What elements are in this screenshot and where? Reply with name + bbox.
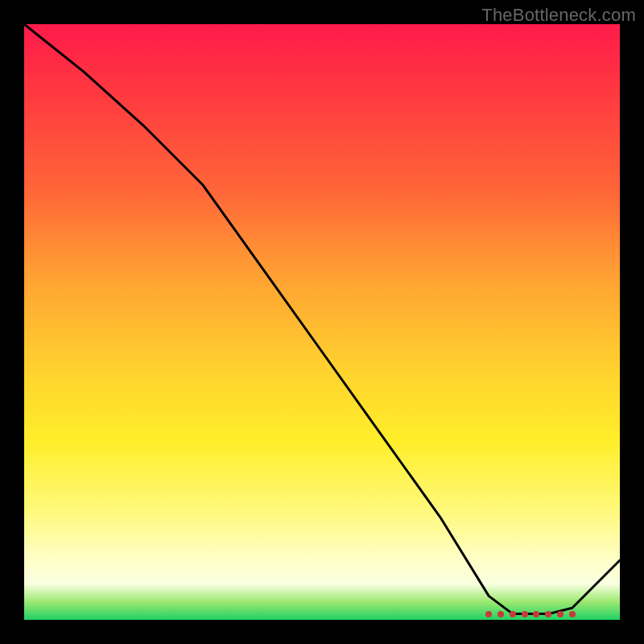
plot-area <box>24 24 620 620</box>
optimal-dot <box>557 611 564 617</box>
optimal-dot <box>510 611 516 617</box>
bottleneck-curve <box>24 24 620 620</box>
watermark-text: TheBottleneck.com <box>481 5 636 26</box>
optimal-dot <box>497 611 504 617</box>
optimal-dot <box>533 611 539 617</box>
optimal-dot <box>569 611 576 617</box>
optimal-dot <box>522 611 528 617</box>
chart-frame: TheBottleneck.com <box>0 0 644 644</box>
optimal-dot <box>545 611 551 617</box>
optimal-dot <box>485 611 492 617</box>
optimal-range-dots <box>24 609 620 617</box>
curve-path <box>24 24 620 614</box>
